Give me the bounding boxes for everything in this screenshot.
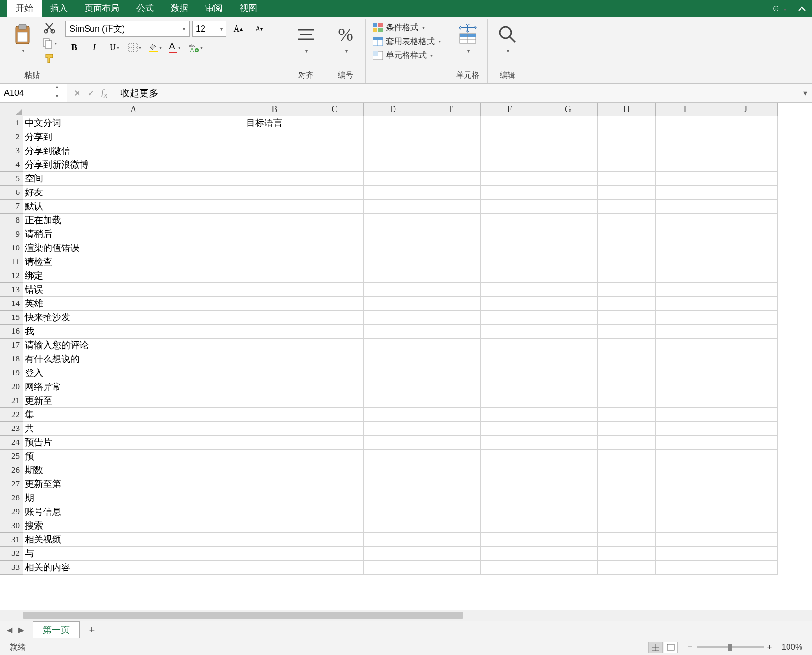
cell[interactable] xyxy=(364,547,422,561)
copy-icon[interactable]: ▾ xyxy=(41,37,57,49)
expand-formula-button[interactable]: ▾ xyxy=(799,89,812,98)
cell[interactable] xyxy=(714,505,778,519)
cell[interactable] xyxy=(539,408,598,422)
column-header-I[interactable]: I xyxy=(656,103,714,116)
cell[interactable] xyxy=(656,255,714,269)
cell[interactable] xyxy=(714,491,778,505)
paste-button[interactable]: ▾ xyxy=(7,21,38,55)
cell[interactable] xyxy=(422,394,481,408)
cell[interactable] xyxy=(656,561,714,575)
cell[interactable]: 预告片 xyxy=(23,436,244,450)
cell[interactable] xyxy=(422,533,481,547)
cell[interactable] xyxy=(598,408,656,422)
font-size-select[interactable]: 12▾ xyxy=(192,21,226,37)
cell[interactable]: 请检查 xyxy=(23,255,244,269)
cell[interactable] xyxy=(598,561,656,575)
cell[interactable] xyxy=(714,352,778,366)
cell[interactable] xyxy=(305,477,364,491)
sheet-nav-prev[interactable]: ◀ xyxy=(4,624,15,636)
cell[interactable] xyxy=(656,311,714,325)
row-header[interactable]: 1 xyxy=(0,116,23,130)
cell[interactable] xyxy=(244,463,305,477)
row-header[interactable]: 5 xyxy=(0,172,23,186)
cell[interactable] xyxy=(422,255,481,269)
row-header[interactable]: 20 xyxy=(0,380,23,394)
cell[interactable] xyxy=(539,519,598,533)
cell[interactable] xyxy=(539,533,598,547)
cell[interactable] xyxy=(481,366,539,380)
cell[interactable] xyxy=(244,227,305,241)
cell[interactable] xyxy=(656,227,714,241)
cell[interactable] xyxy=(598,352,656,366)
cell[interactable] xyxy=(244,325,305,339)
cell[interactable] xyxy=(364,339,422,352)
cell[interactable] xyxy=(422,214,481,227)
cell[interactable] xyxy=(539,214,598,227)
cell[interactable] xyxy=(714,394,778,408)
decrease-font-button[interactable]: A▾ xyxy=(250,21,268,36)
cell[interactable]: 快来抢沙发 xyxy=(23,311,244,325)
cell[interactable] xyxy=(656,547,714,561)
cell[interactable] xyxy=(481,505,539,519)
cell[interactable] xyxy=(364,227,422,241)
cell[interactable]: 网络异常 xyxy=(23,380,244,394)
cell[interactable] xyxy=(481,436,539,450)
edit-button[interactable]: ▾ xyxy=(492,21,523,55)
row-header[interactable]: 26 xyxy=(0,463,23,477)
cell[interactable] xyxy=(598,519,656,533)
cell[interactable] xyxy=(539,283,598,297)
cell[interactable] xyxy=(364,186,422,200)
cell[interactable] xyxy=(244,422,305,436)
cell[interactable] xyxy=(481,214,539,227)
row-header[interactable]: 29 xyxy=(0,505,23,519)
cell[interactable] xyxy=(656,519,714,533)
cell[interactable] xyxy=(305,116,364,130)
cells-button[interactable]: ▾ xyxy=(452,21,484,55)
cell[interactable] xyxy=(656,491,714,505)
cell[interactable] xyxy=(305,352,364,366)
cell[interactable] xyxy=(598,491,656,505)
cell[interactable] xyxy=(539,227,598,241)
accept-formula-button[interactable]: ✓ xyxy=(88,88,95,99)
cell[interactable] xyxy=(714,144,778,158)
row-header[interactable]: 18 xyxy=(0,352,23,366)
phonetic-button[interactable]: abcA+▾ xyxy=(186,40,204,55)
cell[interactable] xyxy=(364,214,422,227)
cell[interactable] xyxy=(539,436,598,450)
cell[interactable] xyxy=(364,477,422,491)
cell[interactable] xyxy=(656,214,714,227)
cell[interactable]: 我 xyxy=(23,325,244,339)
view-page-layout-button[interactable] xyxy=(664,642,678,653)
cell[interactable] xyxy=(714,227,778,241)
column-header-F[interactable]: F xyxy=(481,103,539,116)
cell[interactable] xyxy=(244,172,305,186)
cell[interactable] xyxy=(714,214,778,227)
cell[interactable] xyxy=(422,297,481,311)
cell[interactable] xyxy=(714,255,778,269)
name-box-down[interactable]: ▾ xyxy=(51,93,63,103)
cell[interactable] xyxy=(656,463,714,477)
row-header[interactable]: 12 xyxy=(0,269,23,283)
cell[interactable]: 空间 xyxy=(23,172,244,186)
cell[interactable] xyxy=(244,436,305,450)
cell[interactable] xyxy=(714,311,778,325)
cell[interactable] xyxy=(481,255,539,269)
cell[interactable] xyxy=(364,450,422,463)
cell[interactable] xyxy=(714,158,778,172)
cell[interactable] xyxy=(364,408,422,422)
cell[interactable] xyxy=(656,505,714,519)
cell[interactable] xyxy=(714,547,778,561)
row-header[interactable]: 2 xyxy=(0,130,23,144)
name-box[interactable]: A104 ▴▾ xyxy=(0,84,67,102)
cell[interactable] xyxy=(305,297,364,311)
cell[interactable] xyxy=(305,422,364,436)
cell[interactable] xyxy=(244,241,305,255)
cell[interactable] xyxy=(364,463,422,477)
cell[interactable] xyxy=(598,227,656,241)
cell[interactable] xyxy=(244,255,305,269)
cell[interactable] xyxy=(481,533,539,547)
cell[interactable]: 更新至 xyxy=(23,394,244,408)
cell[interactable] xyxy=(714,450,778,463)
cell[interactable] xyxy=(305,214,364,227)
cell[interactable] xyxy=(422,325,481,339)
